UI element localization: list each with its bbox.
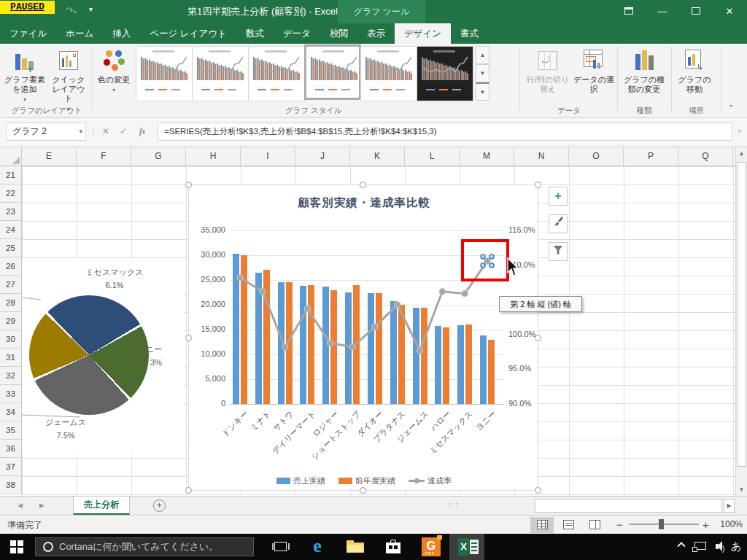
sheet-nav-left-icon[interactable]: ◀ <box>18 497 23 515</box>
row-header-32[interactable]: 32 <box>0 367 22 385</box>
ribbon-tab-8[interactable]: デザイン <box>395 23 451 44</box>
bar-sales-10[interactable] <box>457 325 464 404</box>
formula-input[interactable]: =SERIES(売上分析!$K$3,売上分析!$B$4:$B$15,売上分析!$… <box>158 122 732 141</box>
bar-sales-4[interactable] <box>322 287 329 404</box>
gallery-scroll-down-button[interactable]: ▼ <box>476 64 489 82</box>
gpdf-app-icon[interactable]: G PDF <box>419 534 444 560</box>
zoom-in-button[interactable]: + <box>703 518 709 531</box>
minimize-button[interactable]: — <box>646 0 678 23</box>
scroll-right-icon[interactable]: ▶ <box>724 499 735 513</box>
row-header-37[interactable]: 37 <box>0 458 22 476</box>
bar-prev-year-2[interactable] <box>286 282 293 404</box>
ribbon-tab-9[interactable]: 書式 <box>451 23 488 44</box>
chart-title[interactable]: 顧客別実績・達成率比較 <box>189 195 539 211</box>
row-header-36[interactable]: 36 <box>0 440 22 458</box>
row-header-24[interactable]: 24 <box>0 221 22 239</box>
view-page-break-button[interactable] <box>583 517 606 533</box>
redo-button[interactable]: ↷▾ <box>66 5 77 16</box>
bar-sales-8[interactable] <box>413 308 419 404</box>
collapse-ribbon-button[interactable]: ⌃ <box>728 104 734 112</box>
change-chart-type-button[interactable]: グラフの種類の変更 <box>620 47 668 108</box>
chart-style-thumbnail-6[interactable] <box>417 46 473 101</box>
row-header-38[interactable]: 38 <box>0 476 22 494</box>
bar-prev-year-9[interactable] <box>443 327 449 404</box>
new-sheet-button[interactable]: + <box>153 499 166 512</box>
column-header-H[interactable]: H <box>186 147 241 166</box>
select-data-button[interactable]: データの選択 <box>573 47 614 108</box>
column-header-K[interactable]: K <box>350 147 405 166</box>
row-header-23[interactable]: 23 <box>0 203 22 221</box>
scroll-up-icon[interactable]: ▲ <box>736 147 747 160</box>
column-header-P[interactable]: P <box>624 147 678 166</box>
ribbon-tab-5[interactable]: データ <box>274 23 320 44</box>
row-header-26[interactable]: 26 <box>0 257 22 276</box>
column-header-M[interactable]: M <box>460 147 514 166</box>
name-box-dropdown-icon[interactable]: ▾ <box>79 123 82 140</box>
zoom-level[interactable]: 100% <box>715 519 743 529</box>
ribbon-display-options-button[interactable] <box>613 0 645 23</box>
chart-style-thumbnail-2[interactable] <box>192 46 249 101</box>
ribbon-tab-1[interactable]: ホーム <box>56 23 103 44</box>
chart-handle-bottom-right[interactable] <box>535 487 541 494</box>
sheet-nav-right-icon[interactable]: ▶ <box>39 497 44 515</box>
ribbon-tab-3[interactable]: ページ レイアウト <box>140 23 236 44</box>
bar-sales-11[interactable] <box>480 335 487 404</box>
insert-function-icon[interactable]: fx <box>133 122 152 141</box>
column-header-Q[interactable]: Q <box>678 147 733 166</box>
select-all-corner[interactable] <box>0 147 22 166</box>
chart-filter-button[interactable] <box>549 242 568 261</box>
bar-prev-year-10[interactable] <box>465 324 472 404</box>
row-header-34[interactable]: 34 <box>0 403 22 421</box>
gallery-more-button[interactable]: ▼ <box>476 82 489 101</box>
chart-style-thumbnail-5[interactable] <box>360 46 417 101</box>
bar-prev-year-3[interactable] <box>308 285 314 404</box>
chart-style-thumbnail-3[interactable] <box>248 46 305 101</box>
excel-icon[interactable]: X <box>457 534 481 560</box>
bar-prev-year-6[interactable] <box>376 293 382 404</box>
row-header-30[interactable]: 30 <box>0 330 22 349</box>
vertical-scrollbar[interactable]: ▲ ▼ <box>735 147 747 496</box>
ribbon-tab-6[interactable]: 校閲 <box>320 23 357 44</box>
ribbon-tab-4[interactable]: 数式 <box>236 23 274 44</box>
task-view-button[interactable] <box>268 534 293 560</box>
row-header-28[interactable]: 28 <box>0 294 22 312</box>
edge-icon[interactable]: e <box>305 534 330 560</box>
move-chart-button[interactable]: ↳ グラフの移動 <box>674 47 715 108</box>
bar-sales-9[interactable] <box>435 326 441 404</box>
bar-prev-year-4[interactable] <box>330 290 337 404</box>
quick-layout-button[interactable]: クイック レイアウト▾ <box>48 47 89 108</box>
name-box[interactable]: グラフ 2 ▾ <box>6 122 86 141</box>
chart-handle-bottom-left[interactable] <box>185 487 192 494</box>
bar-sales-3[interactable] <box>300 286 306 404</box>
column-header-E[interactable]: E <box>22 147 77 166</box>
tray-chevron-up-icon[interactable] <box>678 541 687 550</box>
row-header-33[interactable]: 33 <box>0 385 22 403</box>
pie-chart-object[interactable]: ミセスマックス6.1%ヨニー5.3%ジェームス7.5% <box>22 259 184 454</box>
zoom-slider-thumb[interactable] <box>659 519 664 529</box>
enter-icon[interactable]: ✓ <box>115 122 131 141</box>
change-colors-button[interactable]: 色の変更▾ <box>95 47 133 108</box>
row-header-25[interactable]: 25 <box>0 239 22 257</box>
ribbon-tab-7[interactable]: 表示 <box>357 23 395 44</box>
quick-access-customize-button[interactable]: ▾ <box>89 5 93 13</box>
tray-volume-icon[interactable]: ) <box>716 541 724 553</box>
bar-prev-year-5[interactable] <box>353 285 360 404</box>
bar-prev-year-0[interactable] <box>241 255 247 404</box>
store-icon[interactable] <box>381 534 406 560</box>
cortana-search-box[interactable]: Cortanaに何か聞いてみてください。 <box>35 537 254 556</box>
column-header-L[interactable]: L <box>405 147 460 166</box>
close-button[interactable]: ✕ <box>713 0 746 23</box>
chart-elements-plus-button[interactable]: + <box>549 187 568 206</box>
row-header-31[interactable]: 31 <box>0 349 22 367</box>
gallery-scroll-up-button[interactable]: ▲ <box>476 46 489 64</box>
legend-item-0[interactable]: 売上実績 <box>276 475 325 486</box>
bar-prev-year-7[interactable] <box>398 305 405 404</box>
tray-ime-mode[interactable]: あ <box>731 540 741 553</box>
row-header-35[interactable]: 35 <box>0 421 22 440</box>
column-header-J[interactable]: J <box>295 147 350 166</box>
bar-prev-year-8[interactable] <box>421 308 427 404</box>
bar-sales-2[interactable] <box>278 282 285 404</box>
column-header-G[interactable]: G <box>131 147 186 166</box>
bar-sales-5[interactable] <box>345 292 352 404</box>
cancel-icon[interactable]: ✕ <box>98 122 114 141</box>
